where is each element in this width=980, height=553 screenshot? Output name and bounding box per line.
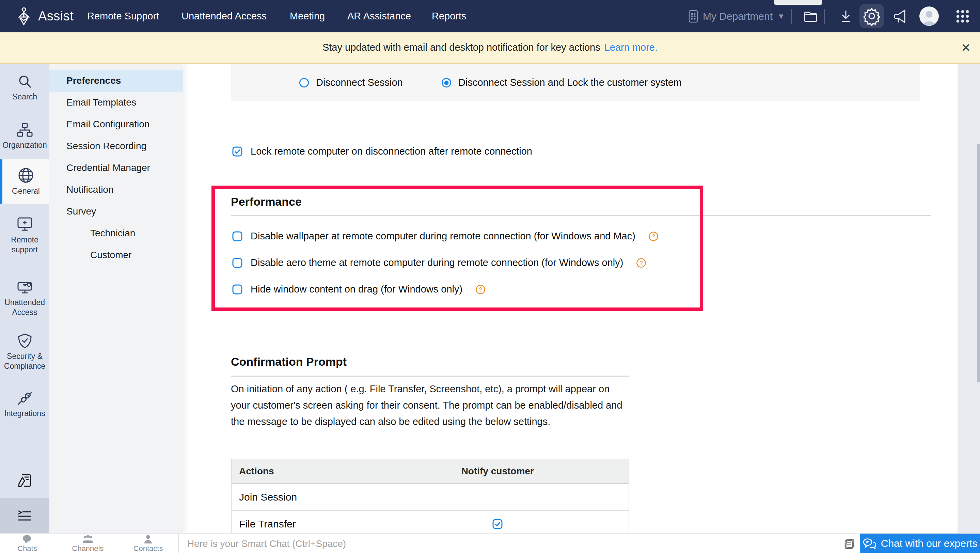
confirmation-divider [231, 376, 629, 377]
notes-button[interactable] [839, 534, 859, 553]
submenu-item-credential-manager[interactable]: Credential Manager [49, 157, 183, 179]
help-icon[interactable]: ? [476, 284, 485, 294]
submenu-item-customer[interactable]: Customer [49, 244, 183, 266]
submenu-item-notification[interactable]: Notification [49, 179, 183, 200]
banner-text: Stay updated with email and desktop noti… [323, 42, 600, 53]
nav-reports[interactable]: Reports [432, 0, 466, 32]
radio-unselected-icon [299, 78, 309, 88]
tab-chats[interactable]: Chats [2, 534, 53, 553]
sidebar-item-general[interactable]: General [0, 159, 49, 203]
table-row-join-session: Join Session [232, 484, 628, 511]
tab-label: Chats [18, 544, 37, 553]
column-header-notify-customer: Notify customer [366, 466, 628, 477]
submenu-item-email-templates[interactable]: Email Templates [49, 92, 183, 113]
checkbox-label: Disable wallpaper at remote computer dur… [251, 230, 635, 242]
stacked-notes-icon [843, 537, 856, 550]
megaphone-icon [893, 9, 909, 24]
scrollbar-thumb[interactable] [977, 144, 980, 382]
submenu-list: Preferences Email Templates Email Config… [49, 70, 183, 266]
people-group-icon [82, 535, 94, 543]
shield-check-icon [17, 333, 33, 349]
person-icon [144, 535, 152, 543]
checkbox-hide-window-content[interactable]: Hide window content on drag (for Windows… [232, 284, 485, 295]
assist-logo-icon [15, 7, 33, 26]
settings-button[interactable] [859, 4, 884, 28]
tablet-icon [689, 10, 698, 23]
sidebar-item-label: Integrations [4, 408, 45, 418]
org-chart-icon [17, 122, 33, 138]
plug-icon [17, 391, 33, 406]
submenu-item-session-recording[interactable]: Session Recording [49, 135, 183, 157]
search-icon [18, 74, 32, 89]
settings-submenu: Preferences Email Templates Email Config… [49, 64, 183, 533]
checkbox-disable-wallpaper[interactable]: Disable wallpaper at remote computer dur… [232, 230, 659, 242]
brand[interactable]: Assist [15, 0, 73, 32]
preferences-content: Disconnect Session Disconnect Session an… [183, 64, 958, 533]
table-header-row: Actions Notify customer [232, 459, 628, 484]
checkbox-lock-on-disconnect[interactable]: Lock remote computer on disconnection af… [232, 146, 532, 157]
zoho-assist-settings-page: Assist Remote Support Unattended Access … [0, 0, 980, 553]
action-cell: Join Session [232, 491, 366, 503]
console-list-icon [17, 509, 33, 522]
column-header-actions: Actions [232, 466, 366, 477]
person-silhouette-icon [920, 9, 939, 26]
sidebar-item-label: Security & Compliance [0, 351, 49, 371]
globe-icon [18, 167, 34, 184]
submenu-item-technician[interactable]: Technician [49, 222, 183, 244]
submenu-item-email-configuration[interactable]: Email Configuration [49, 113, 183, 135]
submenu-item-survey[interactable]: Survey [49, 200, 183, 222]
announcements-button[interactable] [890, 0, 912, 32]
learn-more-link[interactable]: Learn more. [605, 42, 657, 53]
confirmation-description: On initiation of any action ( e.g. File … [231, 381, 628, 430]
checkbox-unchecked-icon [232, 284, 242, 294]
help-icon[interactable]: ? [648, 231, 659, 242]
radio-disconnect-and-lock[interactable]: Disconnect Session and Lock the customer… [441, 64, 682, 101]
nav-ar-assistance[interactable]: AR Assistance [347, 0, 411, 32]
action-cell: File Transfer [232, 518, 366, 530]
checkbox-label: Lock remote computer on disconnection af… [251, 146, 532, 157]
avatar[interactable] [920, 6, 939, 26]
chat-with-experts-button[interactable]: Chat with our experts [860, 534, 980, 553]
smart-chat-input[interactable] [186, 536, 767, 551]
tab-channels[interactable]: Channels [62, 534, 113, 553]
sidebar-item-integrations[interactable]: Integrations [0, 391, 49, 418]
checkbox-disable-aero[interactable]: Disable aero theme at remote computer du… [232, 257, 646, 269]
chevron-down-icon: ▼ [777, 12, 785, 21]
sidebar-item-label: Unattended Access [0, 298, 49, 317]
apps-grid-button[interactable] [952, 0, 973, 32]
tab-label: Channels [72, 544, 104, 553]
nav-remote-support[interactable]: Remote Support [87, 0, 159, 32]
chat-button-label: Chat with our experts [881, 538, 977, 549]
feedback-pencil-icon [17, 473, 33, 488]
banner-close-icon[interactable]: ✕ [961, 32, 971, 63]
chat-experts-icon [862, 538, 876, 549]
nav-unattended-access[interactable]: Unattended Access [181, 0, 267, 32]
checkbox-unchecked-icon [232, 231, 242, 242]
console-band[interactable] [0, 498, 49, 533]
submenu-item-preferences[interactable]: Preferences [49, 70, 183, 92]
tab-contacts[interactable]: Contacts [123, 534, 173, 553]
monitor-key-icon [16, 279, 34, 295]
top-light-strip [774, 0, 822, 5]
sidebar-item-search[interactable]: Search [0, 74, 49, 102]
sidebar-item-label: Search [12, 92, 37, 102]
radio-disconnect-session[interactable]: Disconnect Session [299, 64, 403, 101]
feedback-button[interactable] [0, 473, 49, 488]
folder-button[interactable] [800, 0, 821, 32]
sidebar-item-security-compliance[interactable]: Security & Compliance [0, 333, 49, 371]
bottombar-divider [178, 534, 179, 553]
svg-text:?: ? [479, 286, 482, 293]
sidebar-item-label: Remote support [0, 235, 49, 255]
sidebar-item-remote-support[interactable]: Remote support [0, 216, 49, 255]
sidebar-item-organization[interactable]: Organization [0, 122, 49, 150]
help-icon[interactable]: ? [636, 258, 646, 268]
department-selector[interactable]: My Department ▼ [689, 0, 785, 32]
download-button[interactable] [835, 0, 857, 32]
nav-meeting[interactable]: Meeting [290, 0, 325, 32]
department-label: My Department [703, 11, 773, 22]
checkbox-checked-icon[interactable] [492, 519, 503, 529]
sidebar-item-unattended-access[interactable]: Unattended Access [0, 279, 49, 317]
folder-icon [803, 10, 818, 22]
icon-rail: Search Organization General [0, 64, 49, 533]
scrollbar-track[interactable] [958, 64, 980, 533]
